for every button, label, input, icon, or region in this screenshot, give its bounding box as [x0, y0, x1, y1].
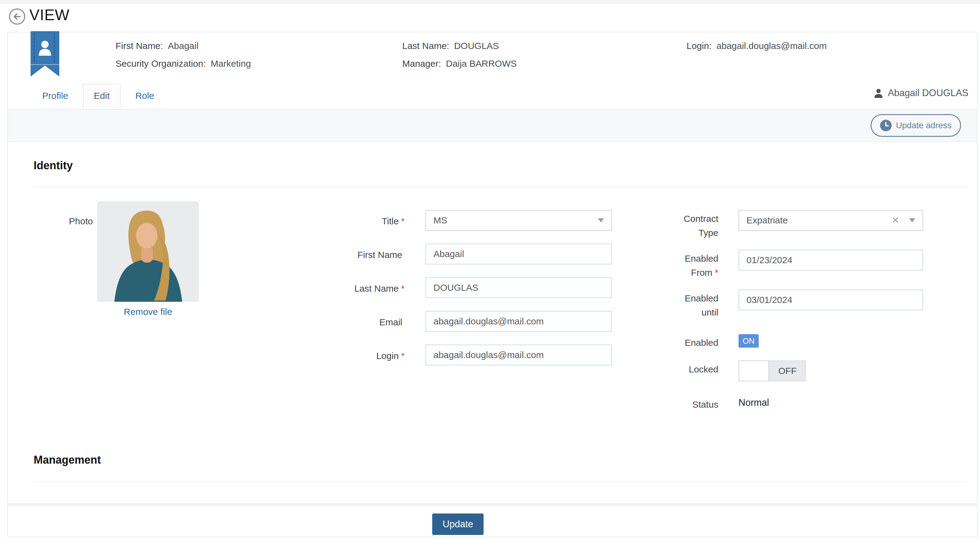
contract-type-value: Expatriate	[746, 215, 788, 225]
toggle-off-label: OFF	[770, 361, 805, 381]
title-select[interactable]: MS	[425, 210, 612, 231]
identity-heading: Identity	[33, 159, 73, 172]
label-text: Login	[376, 351, 399, 361]
required-marker: *	[401, 283, 405, 294]
title-label: Title*	[319, 210, 405, 231]
tab-profile[interactable]: Profile	[31, 84, 79, 108]
toggle-knob	[738, 361, 769, 381]
update-button[interactable]: Update	[432, 514, 484, 535]
banner-value: Abagail	[168, 39, 198, 53]
section-divider	[33, 481, 967, 482]
ribbon-dash	[54, 33, 55, 62]
tab-edit[interactable]: Edit	[83, 84, 121, 109]
contract-type-label: Contract Type	[675, 210, 718, 240]
label-text: Title	[382, 216, 399, 226]
banner-field: Manager: Daija BARROWS	[402, 57, 517, 70]
banner-value: DOUGLAS	[454, 39, 499, 53]
label-text: Enabled From	[685, 254, 718, 278]
label-text: Enabled	[685, 338, 718, 348]
person-icon	[873, 88, 883, 98]
form-row: Locked OFF	[675, 361, 806, 381]
contract-type-select[interactable]: Expatriate ✕	[738, 210, 923, 231]
current-user-chip[interactable]: Abagail DOUGLAS	[873, 88, 968, 99]
profile-photo	[97, 201, 199, 302]
ribbon-dash	[33, 33, 35, 62]
login-label: Login*	[319, 345, 405, 366]
title-select-value: MS	[433, 215, 447, 225]
form-row: Email	[319, 311, 612, 332]
form-row: Contract Type Expatriate ✕	[675, 210, 923, 240]
banner-field: Security Organization: Marketing	[116, 57, 251, 70]
back-arrow-icon	[8, 8, 25, 25]
required-marker: *	[401, 216, 405, 226]
update-address-button[interactable]: Update adress	[870, 114, 961, 137]
label-text: Locked	[689, 364, 718, 374]
banner-field: Login: abagail.douglas@mail.com	[687, 39, 827, 53]
banner-field: First Name: Abagail	[116, 39, 198, 53]
banner-value: Marketing	[211, 57, 251, 70]
last-name-label: Last Name*	[319, 277, 405, 298]
first-name-label: First Name	[319, 244, 405, 264]
banner-value: Daija BARROWS	[446, 57, 517, 70]
page: VIEW First Name: Abagail Security Organi…	[0, 0, 980, 538]
form-row: Login*	[319, 345, 612, 366]
enabled-toggle[interactable]: ON	[738, 334, 759, 348]
status-label: Status	[675, 396, 718, 411]
email-label: Email	[319, 311, 405, 332]
banner-value: abagail.douglas@mail.com	[716, 39, 827, 53]
required-marker: *	[401, 351, 405, 361]
current-user-name: Abagail DOUGLAS	[888, 88, 968, 99]
caret-down-icon	[909, 218, 915, 222]
section-divider	[33, 187, 967, 187]
locked-toggle[interactable]: OFF	[738, 361, 806, 381]
email-input[interactable]	[425, 311, 612, 332]
label-text: Contract Type	[684, 214, 718, 238]
banner-label: Manager:	[402, 57, 441, 70]
enabled-from-label: Enabled From*	[675, 250, 718, 280]
back-button[interactable]	[8, 8, 25, 25]
clock-icon	[880, 120, 892, 131]
label-text: Last Name	[354, 283, 399, 294]
label-text: First Name	[357, 250, 402, 260]
remove-file-link[interactable]: Remove file	[97, 307, 199, 317]
form-row: Title* MS	[319, 210, 612, 231]
toolbar: Update adress	[8, 110, 977, 142]
update-address-label: Update adress	[896, 121, 951, 130]
form-row: First Name	[319, 244, 612, 264]
locked-label: Locked	[675, 361, 718, 381]
clear-icon[interactable]: ✕	[892, 216, 899, 225]
caret-down-icon	[598, 218, 604, 222]
top-divider	[0, 0, 980, 4]
enabled-until-label: Enabled until	[675, 289, 718, 319]
tab-bar: Profile Edit Role	[31, 84, 165, 108]
required-marker: *	[715, 267, 718, 278]
tab-role[interactable]: Role	[124, 84, 165, 108]
last-name-input[interactable]	[425, 277, 612, 298]
status-value: Normal	[738, 396, 769, 411]
user-ribbon-icon	[30, 31, 59, 77]
first-name-input[interactable]	[425, 244, 612, 264]
footer-divider	[7, 503, 978, 506]
banner-label: Last Name:	[402, 39, 449, 53]
user-card: First Name: Abagail Security Organizatio…	[7, 32, 978, 537]
login-input[interactable]	[425, 345, 612, 366]
form-row: Enabled until	[675, 289, 923, 319]
management-heading: Management	[33, 453, 101, 466]
form-row: Last Name*	[319, 277, 612, 298]
banner-field: Last Name: DOUGLAS	[402, 39, 499, 53]
banner-label: Login:	[687, 39, 712, 53]
banner-divider	[8, 109, 977, 110]
ribbon-fold	[30, 64, 59, 65]
label-text: Status	[692, 399, 718, 409]
photo-label: Photo	[32, 216, 93, 227]
banner-label: Security Organization:	[116, 57, 206, 70]
form-row: Status Normal	[675, 396, 769, 411]
page-title: VIEW	[29, 6, 70, 24]
banner-label: First Name:	[116, 39, 163, 53]
person-icon	[38, 40, 52, 56]
form-row: Enabled ON	[675, 334, 759, 350]
form-row: Enabled From*	[675, 250, 923, 280]
enabled-until-input[interactable]	[738, 289, 923, 310]
enabled-from-input[interactable]	[738, 250, 923, 271]
label-text: Email	[379, 317, 402, 327]
